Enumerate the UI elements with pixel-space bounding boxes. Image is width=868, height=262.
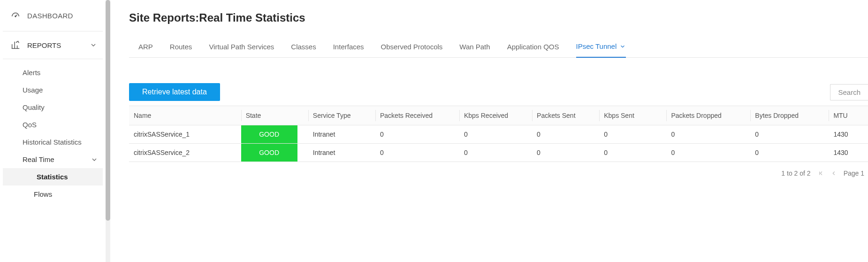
tab-label: Virtual Path Services — [209, 43, 274, 51]
sidebar-item-usage[interactable]: Usage — [0, 81, 106, 99]
col-name[interactable]: Name — [129, 106, 241, 125]
cell-state: GOOD — [241, 144, 308, 162]
cell-kbps-received: 0 — [459, 125, 532, 144]
cell-packets-received: 0 — [375, 125, 459, 144]
svg-point-0 — [15, 16, 16, 17]
col-kbps-sent[interactable]: Kbps Sent — [599, 106, 666, 125]
state-badge: GOOD — [241, 144, 297, 162]
sidebar-item-real-time[interactable]: Real Time — [0, 151, 106, 168]
main-content: Site Reports:Real Time Statistics ARP Ro… — [110, 0, 868, 177]
tab-label: Routes — [170, 43, 192, 51]
tab-ipsec-tunnel[interactable]: IPsec Tunnel — [576, 38, 626, 58]
tab-label: Interfaces — [333, 43, 364, 51]
tab-classes[interactable]: Classes — [291, 38, 316, 57]
bar-chart-icon — [10, 40, 21, 50]
tab-label: Classes — [291, 43, 316, 51]
col-packets-dropped[interactable]: Packets Dropped — [666, 106, 750, 125]
sidebar-item-flows[interactable]: Flows — [0, 185, 106, 203]
sidebar-item-label: Real Time — [23, 155, 54, 163]
cell-state: GOOD — [241, 125, 308, 144]
sidebar-item-qos[interactable]: QoS — [0, 116, 106, 133]
tab-interfaces[interactable]: Interfaces — [333, 38, 364, 57]
page-title: Site Reports:Real Time Statistics — [129, 11, 868, 24]
sidebar-item-label: Quality — [23, 103, 45, 111]
cell-kbps-received: 0 — [459, 144, 532, 162]
cell-bytes-dropped: 0 — [750, 125, 829, 144]
sidebar-dashboard-label: DASHBOARD — [27, 12, 73, 20]
sidebar-item-label: Alerts — [23, 69, 40, 77]
col-mtu[interactable]: MTU — [829, 106, 868, 125]
cell-service-type: Intranet — [308, 144, 375, 162]
retrieve-latest-data-button[interactable]: Retrieve latest data — [129, 83, 220, 101]
tab-application-qos[interactable]: Application QOS — [507, 38, 559, 57]
sidebar-item-label: QoS — [23, 121, 37, 129]
search-button[interactable]: Search — [830, 84, 868, 100]
tabs: ARP Routes Virtual Path Services Classes… — [129, 38, 868, 58]
sidebar-item-label: Usage — [23, 86, 43, 94]
cell-name: citrixSASService_2 — [129, 144, 241, 162]
tab-routes[interactable]: Routes — [170, 38, 192, 57]
sidebar-item-label: Historical Statistics — [23, 138, 82, 146]
col-state[interactable]: State — [241, 106, 308, 125]
tab-observed-protocols[interactable]: Observed Protocols — [381, 38, 443, 57]
gauge-icon — [10, 10, 21, 21]
cell-name: citrixSASService_1 — [129, 125, 241, 144]
cell-packets-received: 0 — [375, 144, 459, 162]
sidebar-section-reports[interactable]: REPORTS — [3, 31, 103, 59]
cell-packets-sent: 0 — [532, 125, 599, 144]
chevron-first-icon — [817, 170, 824, 177]
col-kbps-received[interactable]: Kbps Received — [459, 106, 532, 125]
tab-label: Application QOS — [507, 43, 559, 51]
col-packets-received[interactable]: Packets Received — [375, 106, 459, 125]
pager-page-label: Page 1 — [844, 170, 864, 177]
col-service-type[interactable]: Service Type — [308, 106, 375, 125]
tab-arp[interactable]: ARP — [138, 38, 153, 57]
pager-prev-button[interactable] — [830, 170, 837, 177]
cell-packets-dropped: 0 — [666, 144, 750, 162]
sidebar-reports-children: Alerts Usage Quality QoS Historical Stat… — [0, 59, 106, 203]
cell-service-type: Intranet — [308, 125, 375, 144]
sidebar-reports-label: REPORTS — [27, 41, 61, 49]
cell-mtu: 1430 — [829, 125, 868, 144]
ipsec-tunnel-table: Name State Service Type Packets Received… — [129, 106, 868, 162]
scrollbar-thumb[interactable] — [106, 0, 110, 221]
toolbar: Retrieve latest data Search — [129, 83, 868, 101]
chevron-down-icon — [90, 41, 97, 49]
sidebar-item-statistics[interactable]: Statistics — [3, 168, 103, 185]
cell-mtu: 1430 — [829, 144, 868, 162]
tab-label: IPsec Tunnel — [576, 42, 617, 50]
pager-range: 1 to 2 of 2 — [781, 170, 810, 177]
sidebar-item-label: Flows — [34, 190, 52, 198]
table-row[interactable]: citrixSASService_1 GOOD Intranet 0 0 0 0… — [129, 125, 868, 144]
chevron-down-icon — [619, 43, 626, 50]
chevron-left-icon — [830, 170, 837, 177]
sidebar-item-alerts[interactable]: Alerts — [0, 64, 106, 81]
sidebar: DASHBOARD REPORTS Alerts Usage Quality Q… — [0, 0, 106, 262]
chevron-down-icon — [91, 156, 98, 163]
sidebar-item-label: Statistics — [37, 173, 68, 181]
cell-kbps-sent: 0 — [599, 125, 666, 144]
state-badge: GOOD — [241, 125, 297, 143]
cell-packets-sent: 0 — [532, 144, 599, 162]
cell-bytes-dropped: 0 — [750, 144, 829, 162]
sidebar-scrollbar[interactable] — [106, 0, 110, 262]
tab-virtual-path-services[interactable]: Virtual Path Services — [209, 38, 274, 57]
pager-first-button[interactable] — [817, 170, 824, 177]
col-packets-sent[interactable]: Packets Sent — [532, 106, 599, 125]
sidebar-item-historical-statistics[interactable]: Historical Statistics — [0, 133, 106, 151]
pagination: 1 to 2 of 2 Page 1 — [129, 162, 868, 177]
tab-label: ARP — [138, 43, 153, 51]
sidebar-item-dashboard[interactable]: DASHBOARD — [3, 0, 103, 31]
table-body: citrixSASService_1 GOOD Intranet 0 0 0 0… — [129, 125, 868, 162]
tab-label: Wan Path — [459, 43, 490, 51]
table-header-row: Name State Service Type Packets Received… — [129, 106, 868, 125]
cell-packets-dropped: 0 — [666, 125, 750, 144]
sidebar-item-quality[interactable]: Quality — [0, 99, 106, 116]
tab-label: Observed Protocols — [381, 43, 443, 51]
cell-kbps-sent: 0 — [599, 144, 666, 162]
tab-wan-path[interactable]: Wan Path — [459, 38, 490, 57]
table-row[interactable]: citrixSASService_2 GOOD Intranet 0 0 0 0… — [129, 144, 868, 162]
col-bytes-dropped[interactable]: Bytes Dropped — [750, 106, 829, 125]
